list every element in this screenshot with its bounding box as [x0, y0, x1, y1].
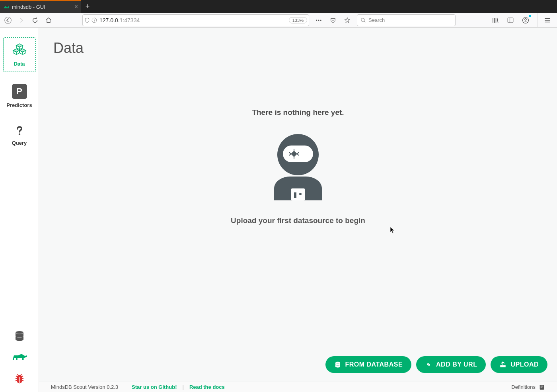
svg-point-7 [361, 18, 364, 21]
boxes-icon [12, 43, 27, 58]
url-bar[interactable]: 127.0.0.1:47334 133% [82, 14, 309, 26]
close-icon[interactable]: × [74, 3, 78, 10]
svg-line-29 [21, 376, 23, 377]
svg-point-3 [94, 19, 94, 19]
bookmark-icon[interactable] [342, 15, 353, 26]
page-title: Data [39, 28, 557, 56]
footer: MindsDB Scout Version 0.2.3 Star us on G… [39, 382, 557, 392]
database-icon [334, 361, 341, 368]
tab-title: mindsdb - GUI [12, 4, 45, 10]
home-button[interactable] [43, 15, 54, 26]
new-tab-button[interactable]: + [81, 0, 94, 13]
question-icon [14, 125, 25, 137]
search-input[interactable] [368, 17, 452, 23]
svg-point-16 [525, 18, 527, 20]
url-text: 127.0.0.1:47334 [99, 17, 286, 23]
upload-icon [499, 361, 506, 368]
svg-point-34 [299, 193, 302, 195]
pocket-icon[interactable] [327, 15, 339, 26]
svg-rect-32 [291, 188, 305, 200]
definitions-button[interactable]: Definitions [511, 384, 545, 390]
sidebars-icon[interactable] [505, 15, 516, 26]
svg-line-8 [364, 21, 366, 22]
action-buttons: FROM DATABASE ADD BY URL UPLOAD [325, 356, 548, 373]
empty-state: There is nothing here yet. Upload your f… [39, 56, 557, 382]
browser-toolbar: 127.0.0.1:47334 133% [0, 13, 557, 28]
tab-favicon-icon [3, 4, 10, 10]
page-actions-button[interactable] [313, 15, 324, 26]
empty-state-subtitle: Upload your first datasource to begin [231, 216, 365, 225]
svg-rect-13 [508, 18, 513, 23]
svg-line-27 [22, 380, 23, 381]
svg-point-4 [316, 19, 317, 21]
shield-icon [84, 17, 90, 23]
menu-button[interactable] [542, 15, 553, 26]
browser-search[interactable] [357, 14, 456, 26]
book-icon [539, 384, 545, 390]
browser-tabbar: mindsdb - GUI × + [0, 0, 557, 13]
svg-rect-38 [540, 385, 544, 390]
from-database-button[interactable]: FROM DATABASE [325, 356, 412, 373]
back-button[interactable] [2, 15, 14, 26]
svg-rect-31 [283, 146, 313, 162]
browser-tab[interactable]: mindsdb - GUI × [0, 0, 81, 13]
svg-line-12 [497, 18, 498, 23]
add-by-url-button[interactable]: ADD BY URL [416, 356, 486, 373]
svg-line-28 [16, 376, 18, 377]
sidebar-item-label: Predictors [6, 102, 32, 108]
svg-rect-40 [541, 386, 543, 387]
library-icon[interactable] [490, 15, 501, 26]
mindsdb-logo-icon[interactable] [11, 353, 28, 362]
sidebar-item-data[interactable]: Data [3, 37, 36, 72]
bug-icon[interactable] [14, 373, 25, 385]
svg-line-26 [16, 380, 17, 381]
empty-state-title: There is nothing here yet. [252, 108, 344, 117]
main-content: Data There is nothing here yet. Upload y… [39, 28, 557, 392]
sidebar-item-label: Data [14, 61, 25, 67]
forward-button[interactable] [16, 15, 27, 26]
github-link[interactable]: Star us on Github! [132, 384, 177, 390]
svg-rect-37 [501, 365, 506, 367]
svg-point-20 [18, 134, 20, 136]
version-text: MindsDB Scout Version 0.2.3 [51, 384, 118, 390]
sidebar-item-query[interactable]: Query [3, 120, 36, 151]
sidebar-item-label: Query [12, 140, 27, 146]
database-icon[interactable] [14, 330, 25, 342]
sidebar: Data P Predictors Query [0, 28, 39, 392]
docs-link[interactable]: Read the docs [189, 384, 225, 390]
astronaut-icon [266, 133, 330, 200]
svg-rect-41 [541, 387, 543, 388]
svg-point-5 [318, 19, 319, 21]
svg-point-6 [320, 19, 321, 21]
link-icon [425, 361, 432, 368]
account-icon[interactable] [520, 15, 531, 26]
upload-button[interactable]: UPLOAD [491, 356, 547, 373]
zoom-badge[interactable]: 133% [289, 17, 307, 23]
svg-point-0 [5, 17, 12, 23]
info-icon [92, 17, 97, 23]
p-icon: P [12, 84, 27, 99]
svg-rect-33 [294, 192, 296, 198]
reload-button[interactable] [29, 15, 41, 26]
svg-rect-39 [541, 386, 543, 386]
sidebar-item-predictors[interactable]: P Predictors [3, 79, 36, 113]
search-icon [360, 17, 366, 23]
